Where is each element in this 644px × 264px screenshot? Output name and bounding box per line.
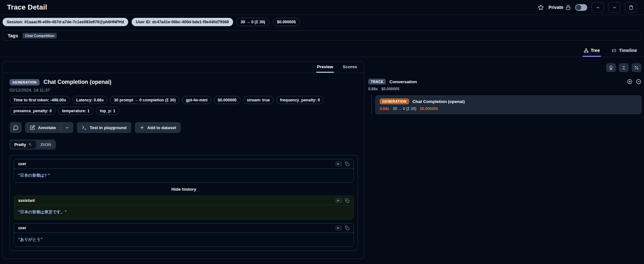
timeline-list-icon <box>612 48 617 53</box>
generation-latency: 0.68s <box>380 106 389 111</box>
tag-chip[interactable]: Chat Competition <box>23 33 57 39</box>
generation-type-badge: GENERATION <box>380 99 409 104</box>
message-content: "日本の首都は東京です。" <box>14 205 354 219</box>
view-tabs: Tree Timeline <box>0 46 644 57</box>
terminal-icon <box>82 125 87 130</box>
comment-bubble-icon <box>13 125 18 130</box>
comments-button[interactable] <box>10 122 22 133</box>
trace-type-badge: TRACE <box>368 79 386 84</box>
delete-trace-button[interactable] <box>625 2 637 13</box>
message-user-1: user M↓ "日本の首都は? " <box>14 159 354 183</box>
sparkles-icon <box>28 143 32 147</box>
format-json[interactable]: JSON <box>36 141 55 149</box>
user-id-badge[interactable]: User ID: dc47a41e-06bc-400d-bde1-f0e440d… <box>132 18 233 26</box>
metric-pill: Latency: 0.68s <box>72 96 107 104</box>
toggle-knob <box>576 5 581 10</box>
hide-history-button[interactable]: Hide history <box>14 187 354 192</box>
observation-title: Chat Completion (openai) <box>44 79 112 85</box>
message-content: "日本の首都は? " <box>14 169 354 182</box>
trace-node-label: TRACE Conversation <box>368 79 417 84</box>
percent-icon <box>634 65 639 70</box>
metric-pill: Time to first token: -498.00s <box>10 96 70 104</box>
public-toggle[interactable] <box>575 4 587 11</box>
message-header: user M↓ <box>14 224 354 233</box>
collapse-all-button[interactable] <box>619 63 629 72</box>
next-trace-button[interactable] <box>608 2 620 13</box>
copy-icon[interactable] <box>345 226 349 230</box>
trace-metrics: 0.68s $0.000005 <box>368 87 641 91</box>
content-area: Preview Scores GENERATION Chat Completio… <box>0 61 644 259</box>
lock-icon <box>566 5 571 10</box>
tree-indent-line <box>371 94 372 114</box>
markdown-toggle-icon[interactable]: M↓ <box>336 198 342 203</box>
tab-timeline[interactable]: Timeline <box>611 46 638 57</box>
trace-node[interactable]: TRACE Conversation <box>368 79 641 84</box>
observation-header: GENERATION Chat Completion (openai) <box>10 79 357 85</box>
tags-container: Tags Chat Competition <box>3 31 641 40</box>
metric-pill: 30 prompt → 0 completion (Σ 30) <box>110 96 179 104</box>
page-title: Trace Detail <box>7 3 47 11</box>
plus-icon <box>140 125 144 130</box>
messages-container: user M↓ "日本の首都は? " Hide history assistan… <box>10 155 358 251</box>
add-to-dataset-button[interactable]: Add to dataset <box>135 122 181 133</box>
minus-circle-icon[interactable] <box>636 79 641 84</box>
token-usage-badge: 30 → 0 (Σ 30) <box>237 18 269 26</box>
generation-node-selected[interactable]: GENERATION Chat Completion (openai) 0.68… <box>375 95 641 114</box>
pen-square-icon <box>30 125 35 130</box>
message-content: "ありがとう" <box>14 233 354 246</box>
prev-trace-button[interactable] <box>592 2 604 13</box>
generation-type-badge: GENERATION <box>10 79 40 85</box>
message-role: user <box>18 226 26 230</box>
metric-pill: temperature: 1 <box>58 107 93 115</box>
bookmark-star-icon[interactable] <box>538 4 544 11</box>
message-header: assistant M↓ <box>14 196 354 205</box>
identifier-row: Session: 01aaacf6-e0fe-457d-a7de-7c1ee08… <box>0 15 644 29</box>
privacy-label: Private <box>548 5 571 10</box>
markdown-toggle-icon[interactable]: M↓ <box>336 226 342 230</box>
generation-tokens: 30 → 0 (Σ 30) <box>393 106 416 111</box>
trace-name: Conversation <box>389 79 417 84</box>
plus-circle-icon[interactable] <box>627 79 633 84</box>
message-role: assistant <box>18 198 35 203</box>
message-assistant: assistant M↓ "日本の首都は東京です。" <box>14 196 354 219</box>
playground-button[interactable]: Test in playground <box>77 122 131 133</box>
tree-zoom-controls <box>627 79 641 84</box>
award-icon <box>609 65 613 70</box>
chevron-up-icon <box>596 5 600 10</box>
markdown-toggle-icon[interactable]: M↓ <box>336 162 342 166</box>
message-header: user M↓ <box>14 159 354 169</box>
copy-icon[interactable] <box>345 162 349 166</box>
copy-icon[interactable] <box>345 198 349 203</box>
chevrons-collapse-icon <box>621 65 626 70</box>
tab-preview[interactable]: Preview <box>316 62 334 73</box>
tab-tree[interactable]: Tree <box>582 46 601 57</box>
observation-tabs: Preview Scores <box>3 62 364 73</box>
metric-pill: gpt-4o-mini <box>182 96 211 104</box>
cost-badge: $0.000005 <box>273 18 300 26</box>
annotate-split-button: Annotate <box>25 122 73 133</box>
session-badge[interactable]: Session: 01aaacf6-e0fe-457d-a7de-7c1ee08… <box>3 18 128 26</box>
tab-scores[interactable]: Scores <box>342 62 358 73</box>
metric-pill: stream: true <box>243 96 274 104</box>
tags-label: Tags <box>8 33 18 38</box>
action-buttons: Annotate Test in playground Add to datas… <box>10 122 357 133</box>
metric-pill: frequency_penalty: 0 <box>276 96 324 104</box>
tree-icon <box>584 48 589 53</box>
observation-timestamp: 02/12/2024, 14:11:37 <box>10 88 357 92</box>
trace-tree-panel: TRACE Conversation 0.68s $0.000005 GENER… <box>368 61 641 259</box>
observation-panel: Preview Scores GENERATION Chat Completio… <box>3 61 364 259</box>
metric-pill: presence_penalty: 0 <box>10 107 55 115</box>
annotate-dropdown-button[interactable] <box>61 122 73 133</box>
observation-body: GENERATION Chat Completion (openai) 02/1… <box>3 73 364 257</box>
show-scores-button[interactable] <box>606 63 616 72</box>
chevron-down-icon <box>65 126 69 130</box>
annotate-button[interactable]: Annotate <box>25 122 61 133</box>
format-pretty[interactable]: Pretty <box>11 141 36 149</box>
format-toggle: Pretty JSON <box>10 140 56 150</box>
trace-cost: $0.000005 <box>381 87 399 91</box>
generation-cost: $0.000005 <box>420 106 438 111</box>
message-tools: M↓ <box>336 226 349 230</box>
metric-pill: top_p: 1 <box>96 107 119 115</box>
tree-children: GENERATION Chat Completion (openai) 0.68… <box>368 95 641 114</box>
show-percentages-button[interactable] <box>632 63 641 72</box>
